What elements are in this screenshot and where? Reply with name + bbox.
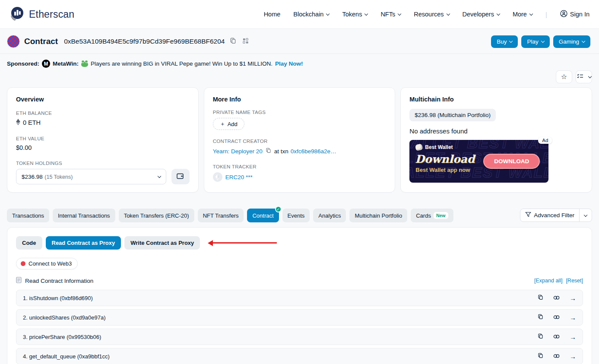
user-icon (560, 10, 567, 19)
copy-address-button[interactable] (229, 37, 237, 46)
copy-icon[interactable] (538, 333, 543, 341)
link-icon[interactable] (553, 333, 560, 341)
page-title: Contract (24, 37, 58, 46)
expand-all-link[interactable]: [Expand all] (534, 278, 562, 284)
tab-analytics[interactable]: Analytics (313, 209, 346, 222)
tab-events[interactable]: Events (282, 209, 310, 222)
favorite-button[interactable]: ☆ (556, 70, 572, 83)
function-label: 1. isShutdown (0xbf86d690) (23, 295, 93, 301)
token-tracker-link[interactable]: ERC20 *** (225, 174, 253, 180)
function-row-pricePerShare[interactable]: 3. pricePerShare (0x99530b06) → (16, 329, 583, 345)
ad-banner[interactable]: WALLET BEST WALLET BEST WALLET BEST WALL… (409, 140, 548, 183)
reset-link[interactable]: [Reset] (566, 278, 583, 284)
download-button[interactable]: DOWNLOAD (483, 154, 540, 169)
function-row-isShutdown[interactable]: 1. isShutdown (0xbf86d690) → (16, 290, 583, 306)
copy-icon (230, 38, 236, 45)
function-row-unlockedShares[interactable]: 2. unlockedShares (0xd9a0e97a) → (16, 309, 583, 326)
copy-icon[interactable] (538, 313, 543, 321)
add-name-tag-button[interactable]: ＋ Add (213, 118, 244, 130)
play-button[interactable]: Play (521, 35, 549, 48)
watchlist-options-button[interactable] (576, 70, 592, 83)
arrow-right-icon[interactable]: → (570, 334, 576, 340)
function-row-get_default_queue[interactable]: 4. get_default_queue (0xa9bbf1cc) → (16, 348, 583, 364)
advanced-filter-caret[interactable] (579, 209, 592, 222)
nav-item-home[interactable]: Home (264, 11, 281, 18)
new-badge: New (434, 212, 448, 219)
header-actions: Buy Play Gaming (491, 35, 590, 48)
etherscan-logo[interactable]: Etherscan (10, 6, 74, 23)
subtab-code[interactable]: Code (16, 236, 42, 250)
subtab-read-contract-as-proxy[interactable]: Read Contract as Proxy (46, 236, 121, 250)
copy-icon[interactable] (538, 294, 543, 302)
copy-icon (266, 148, 271, 155)
subtab-label: Write Contract as Proxy (130, 240, 194, 246)
link-icon[interactable] (553, 294, 560, 302)
token-holdings-select[interactable]: $236.98 (15 Tokens) (16, 169, 166, 184)
chevron-down-icon (509, 39, 513, 42)
nav-item-developers[interactable]: Developers (463, 11, 500, 18)
creator-link[interactable]: Yearn: Deployer 20 (213, 148, 263, 155)
tab-cards[interactable]: Cards New (411, 209, 453, 222)
arrow-right-icon[interactable]: → (570, 314, 576, 321)
token-tracker-label: TOKEN TRACKER (213, 164, 387, 169)
advertiser-name: MetaWin: (53, 60, 79, 67)
document-icon (16, 277, 22, 285)
eth-balance-value: 0 ETH (23, 119, 41, 126)
sponsored-banner: Sponsored: M MetaWin: Players are winnin… (0, 54, 599, 68)
buy-button[interactable]: Buy (491, 35, 518, 48)
nav-item-tokens[interactable]: Tokens (342, 11, 368, 18)
tab-contract[interactable]: Contract ✓ (247, 209, 279, 222)
tab-nft-transfers[interactable]: NFT Transfers (198, 209, 244, 222)
arrow-right-icon[interactable]: → (570, 295, 576, 301)
tab-label: NFT Transfers (203, 212, 239, 219)
tab-transactions[interactable]: Transactions (7, 209, 49, 222)
play-now-link[interactable]: Play Now! (275, 60, 303, 67)
nav-item-more[interactable]: More (513, 11, 532, 18)
private-name-tags-label: PRIVATE NAME TAGS (213, 110, 387, 115)
metawin-logo-icon: M (42, 60, 50, 68)
best-wallet-logo-icon (415, 143, 423, 151)
gaming-button[interactable]: Gaming (553, 35, 590, 48)
qr-code-button[interactable] (241, 37, 250, 46)
gaming-label: Gaming (559, 38, 579, 45)
copy-icon[interactable] (538, 352, 543, 360)
function-label: 4. get_default_queue (0xa9bbf1cc) (23, 353, 110, 360)
function-label: 3. pricePerShare (0x99530b06) (23, 334, 101, 340)
connect-to-web3-button[interactable]: Connect to Web3 (16, 258, 78, 269)
buy-label: Buy (497, 38, 507, 45)
link-icon[interactable] (553, 313, 560, 321)
multichain-info-card: Multichain Info $236.98 (Multichain Port… (400, 87, 592, 193)
ad-tag: Ad (538, 137, 552, 144)
tab-label: Transactions (12, 212, 44, 219)
nav-item-resources[interactable]: Resources (414, 11, 449, 18)
checklist-icon (577, 73, 583, 80)
tab-token-transfers[interactable]: Token Transfers (ERC-20) (119, 209, 194, 222)
nav-item-nfts[interactable]: NFTs (380, 11, 401, 18)
arrow-right-icon[interactable]: → (570, 353, 576, 360)
creation-txn-link[interactable]: 0xfc6be986a2e… (291, 148, 336, 155)
connect-status-dot (21, 261, 25, 266)
advanced-filter-button[interactable]: Advanced Filter (520, 209, 592, 222)
add-label: Add (228, 121, 238, 127)
nav-label: NFTs (380, 11, 395, 18)
eth-balance-label: ETH BALANCE (16, 111, 190, 116)
ad-headline: Download (415, 153, 475, 165)
sign-in-button[interactable]: Sign In (560, 10, 589, 19)
funnel-icon (525, 212, 531, 219)
wallet-button[interactable] (171, 169, 190, 184)
read-info-header: Read Contract Information [Expand all] [… (16, 277, 583, 285)
copy-creator-button[interactable] (265, 147, 272, 155)
nav-item-blockchain[interactable]: Blockchain (293, 11, 329, 18)
contract-address: 0xBe53A109B494E5c9f97b9Cd39Fe969BE68BF62… (64, 38, 225, 45)
multichain-portfolio-badge[interactable]: $236.98 (Multichain Portfolio) (409, 109, 496, 121)
tab-multichain-portfolio[interactable]: Multichain Portfolio (349, 209, 407, 222)
section-title: Read Contract Information (25, 278, 93, 284)
link-icon[interactable] (553, 352, 560, 360)
nav-label: Resources (414, 11, 444, 18)
chevron-down-icon (529, 12, 533, 15)
chevron-down-icon (582, 39, 585, 42)
tab-internal-transactions[interactable]: Internal Transactions (53, 209, 115, 222)
chevron-down-icon (364, 12, 368, 15)
subtab-write-contract-as-proxy[interactable]: Write Contract as Proxy (124, 236, 200, 250)
plus-icon: ＋ (220, 120, 225, 128)
